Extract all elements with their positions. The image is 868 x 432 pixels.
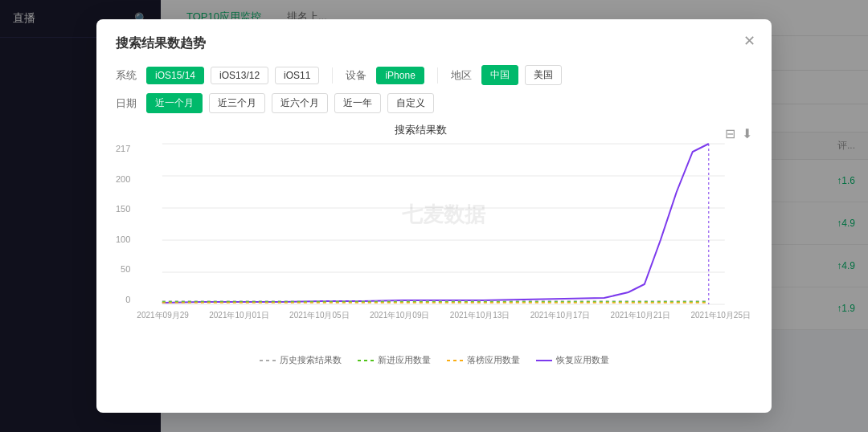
- modal-title: 搜索结果数趋势: [116, 35, 752, 52]
- y-label-217: 217: [116, 144, 130, 153]
- modal-region-label: 地区: [451, 68, 472, 83]
- y-label-200: 200: [116, 174, 130, 184]
- x-label-8: 2021年10月25日: [690, 310, 751, 321]
- legend-historical: 历史搜索结果数: [260, 354, 342, 366]
- modal-system-label: 系统: [116, 68, 137, 83]
- modal-device-iphone[interactable]: iPhone: [376, 67, 424, 84]
- filter-divider: [332, 67, 333, 84]
- modal-sys-ios1514[interactable]: iOS15/14: [146, 67, 204, 84]
- y-label-100: 100: [116, 234, 130, 244]
- legend-new: 新进应用数量: [358, 354, 431, 366]
- x-label-2: 2021年10月01日: [209, 310, 269, 321]
- x-label-4: 2021年10月09日: [370, 310, 430, 321]
- legend-dot-restored: [536, 360, 552, 361]
- app-container: 直播 🔍 TOP10应用监控 排名上... 系统 iOS15/14 iOS13/…: [0, 0, 868, 432]
- legend-dot-dropped: [447, 360, 463, 361]
- modal-device-label: 设备: [346, 68, 366, 83]
- legend-dropped: 落榜应用数量: [447, 354, 520, 366]
- modal-region-usa[interactable]: 美国: [525, 65, 562, 85]
- chart-icons: ⊟ ⬇: [725, 126, 752, 141]
- legend-label-historical: 历史搜索结果数: [280, 354, 342, 366]
- legend-label-restored: 恢复应用数量: [556, 354, 609, 366]
- chart-legend: 历史搜索结果数 新进应用数量 落榜应用数量 恢复应用数量: [116, 354, 752, 366]
- legend-dot-historical: [260, 360, 276, 361]
- chart-area: 搜索结果数 ⊟ ⬇ 217 200 150 100 50 0: [116, 123, 752, 348]
- x-label-7: 2021年10月21日: [611, 310, 671, 321]
- x-label-3: 2021年10月05日: [289, 310, 350, 321]
- modal-sys-ios11[interactable]: iOS11: [275, 67, 319, 84]
- y-label-150: 150: [116, 204, 130, 214]
- chart-svg: [135, 144, 752, 304]
- x-label-5: 2021年10月13日: [450, 310, 510, 321]
- legend-label-new: 新进应用数量: [378, 354, 431, 366]
- modal-region-china[interactable]: 中国: [481, 65, 518, 85]
- modal-date-3month[interactable]: 近三个月: [209, 93, 265, 113]
- modal: 搜索结果数趋势 ✕ 系统 iOS15/14 iOS13/12 iOS11 设备 …: [96, 19, 772, 413]
- modal-date-label: 日期: [116, 96, 137, 111]
- download-icon[interactable]: ⬇: [742, 126, 752, 141]
- x-label-6: 2021年10月17日: [530, 310, 591, 321]
- y-label-50: 50: [121, 264, 130, 274]
- modal-date-custom[interactable]: 自定义: [387, 93, 434, 113]
- modal-date-1year[interactable]: 近一年: [334, 93, 381, 113]
- table-icon[interactable]: ⊟: [725, 126, 735, 141]
- modal-filter-row1: 系统 iOS15/14 iOS13/12 iOS11 设备 iPhone 地区 …: [116, 65, 752, 85]
- y-label-0: 0: [125, 295, 130, 304]
- legend-label-dropped: 落榜应用数量: [467, 354, 520, 366]
- close-icon[interactable]: ✕: [743, 32, 755, 50]
- modal-date-6month[interactable]: 近六个月: [272, 93, 328, 113]
- modal-date-1month[interactable]: 近一个月: [146, 93, 203, 113]
- legend-dot-new: [358, 360, 374, 361]
- modal-overlay: 搜索结果数趋势 ✕ 系统 iOS15/14 iOS13/12 iOS11 设备 …: [0, 0, 868, 432]
- chart-title: 搜索结果数: [116, 123, 725, 137]
- modal-filter-row2: 日期 近一个月 近三个月 近六个月 近一年 自定义: [116, 93, 752, 113]
- x-label-1: 2021年09月29: [137, 310, 189, 321]
- filter-divider2: [437, 67, 438, 84]
- legend-restored: 恢复应用数量: [536, 354, 609, 366]
- modal-sys-ios1312[interactable]: iOS13/12: [211, 67, 268, 84]
